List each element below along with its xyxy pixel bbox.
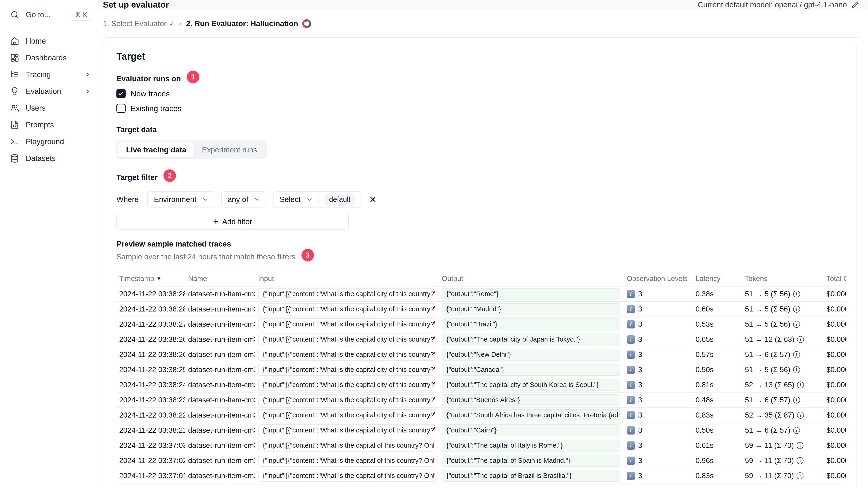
- output-json-box[interactable]: {"output":"The capital of Italy is Rome.…: [442, 440, 620, 452]
- table-row[interactable]: 2024-11-22 03:38:28 dataset-run-item-cm3…: [117, 287, 846, 302]
- col-output[interactable]: Output: [439, 274, 624, 283]
- evaluator-runs-on-label: Evaluator runs on 1: [117, 72, 846, 85]
- tab-experiment-runs[interactable]: Experiment runs: [194, 142, 265, 158]
- cell-tokens: 51 → 6 (Σ 57)i: [742, 426, 824, 434]
- output-json-box[interactable]: {"output":"The capital city of Japan is …: [442, 333, 620, 346]
- info-circle-icon[interactable]: i: [793, 397, 800, 403]
- info-square-icon: i: [627, 426, 635, 434]
- col-total-cost[interactable]: Total Cost: [824, 274, 846, 283]
- output-json-box[interactable]: {"output":"The capital of Spain is Madri…: [442, 455, 620, 467]
- table-row[interactable]: 2024-11-22 03:38:28 dataset-run-item-cm3…: [117, 302, 846, 317]
- input-json-box[interactable]: {"input":[{"content":"What is the capita…: [258, 379, 435, 391]
- input-json-box[interactable]: {"input":[{"content":"What is the capita…: [258, 409, 435, 421]
- checkbox-new-traces[interactable]: New traces: [117, 88, 846, 100]
- checkbox-unchecked[interactable]: [117, 104, 126, 113]
- input-json-box[interactable]: {"input":[{"content":"What is the capita…: [258, 288, 435, 300]
- output-json-box[interactable]: {"output":"Rome"}: [442, 288, 620, 300]
- info-circle-icon[interactable]: i: [797, 412, 804, 419]
- input-json-box[interactable]: {"input":[{"content":"What is the capita…: [258, 424, 435, 436]
- filter-operator-select[interactable]: any of: [221, 191, 267, 207]
- cell-total-cost: $0.000011 (: [824, 426, 846, 434]
- sidebar-item-prompts[interactable]: Prompts: [10, 117, 91, 133]
- checkbox-existing-traces[interactable]: Existing traces: [117, 102, 846, 114]
- info-circle-icon[interactable]: i: [797, 473, 804, 479]
- info-circle-icon[interactable]: i: [793, 351, 800, 358]
- info-square-icon: i: [627, 457, 635, 465]
- add-filter-button[interactable]: + Add filter: [117, 214, 349, 230]
- table-row[interactable]: 2024-11-22 03:38:26 dataset-run-item-cm3…: [117, 347, 846, 362]
- col-input[interactable]: Input: [255, 274, 439, 283]
- info-circle-icon[interactable]: i: [793, 306, 800, 313]
- input-json-box[interactable]: {"input":[{"content":"What is the capita…: [258, 318, 435, 330]
- table-row[interactable]: 2024-11-22 03:37:03 dataset-run-item-cm3…: [117, 438, 846, 453]
- output-json-box[interactable]: {"output":"Canada"}: [442, 364, 620, 376]
- info-circle-icon[interactable]: i: [793, 366, 800, 373]
- table-row[interactable]: 2024-11-22 03:38:25 dataset-run-item-cm3…: [117, 362, 846, 377]
- output-json-box[interactable]: {"output":"Madrid"}: [442, 303, 620, 315]
- cell-observation-levels: i3: [624, 320, 693, 328]
- input-json-box[interactable]: {"input":[{"content":"What is the capita…: [258, 303, 435, 315]
- col-timestamp[interactable]: Timestamp▼: [117, 274, 185, 283]
- filter-value-select[interactable]: Select default: [273, 191, 362, 207]
- table-row[interactable]: 2024-11-22 03:38:24 dataset-run-item-cm3…: [117, 377, 846, 392]
- output-json-box[interactable]: {"output":"The capital city of South Kor…: [442, 379, 620, 391]
- info-circle-icon[interactable]: i: [797, 442, 804, 449]
- sidebar-item-datasets[interactable]: Datasets: [10, 150, 91, 167]
- sidebar-item-evaluation[interactable]: Evaluation: [10, 83, 91, 100]
- info-circle-icon[interactable]: i: [793, 427, 800, 434]
- output-json-box[interactable]: {"output":"New Delhi"}: [442, 349, 620, 361]
- tab-live-tracing-data[interactable]: Live tracing data: [118, 142, 194, 158]
- table-row[interactable]: 2024-11-22 03:37:01 dataset-run-item-cm3…: [117, 468, 846, 483]
- output-json-box[interactable]: {"output":"Brazil"}: [442, 318, 620, 330]
- cell-timestamp: 2024-11-22 03:38:25: [117, 365, 185, 374]
- output-json-box[interactable]: {"output":"Cairo"}: [442, 424, 620, 436]
- breadcrumb-step-2[interactable]: 2. Run Evaluator: Hallucination: [186, 19, 312, 29]
- pencil-icon[interactable]: [851, 1, 859, 9]
- sidebar-item-home[interactable]: Home: [10, 33, 91, 50]
- table-row[interactable]: 2024-11-22 03:38:26 dataset-run-item-cm3…: [117, 332, 846, 347]
- cell-total-cost: $0.00046 (: [824, 441, 846, 450]
- sidebar-item-dashboards[interactable]: Dashboards: [10, 50, 91, 66]
- input-json-box[interactable]: {"input":[{"content":"What is the capita…: [258, 394, 435, 406]
- filter-column-select[interactable]: Environment: [148, 191, 215, 207]
- cell-input: {"input":[{"content":"What is the capita…: [255, 288, 439, 300]
- remove-filter-button[interactable]: [369, 195, 377, 204]
- cell-output: {"output":"Cairo"}: [439, 424, 624, 436]
- col-tokens[interactable]: Tokens: [742, 274, 824, 283]
- output-json-box[interactable]: {"output":"Buenos Aires"}: [442, 394, 620, 406]
- info-square-icon: i: [627, 396, 635, 404]
- table-row[interactable]: 2024-11-22 03:38:23 dataset-run-item-cm3…: [117, 392, 846, 408]
- output-json-box[interactable]: {"output":"The capital of Brazil is Bras…: [442, 470, 620, 482]
- input-json-box[interactable]: {"input":[{"content":"What is the capita…: [258, 440, 435, 452]
- breadcrumb-step-1[interactable]: 1. Select Evaluator ✓: [103, 19, 175, 28]
- input-json-box[interactable]: {"input":[{"content":"What is the capita…: [258, 470, 435, 482]
- cell-observation-levels: i3: [624, 365, 693, 374]
- info-circle-icon[interactable]: i: [793, 321, 800, 328]
- checkbox-checked[interactable]: [117, 89, 126, 98]
- table-row[interactable]: 2024-11-22 03:38:22 dataset-run-item-cm3…: [117, 408, 846, 423]
- cell-output: {"output":"South Africa has three capita…: [439, 409, 624, 421]
- input-json-box[interactable]: {"input":[{"content":"What is the capita…: [258, 455, 435, 467]
- sidebar-item-playground[interactable]: Playground: [10, 133, 91, 150]
- sidebar-item-users[interactable]: Users: [10, 100, 91, 117]
- input-json-box[interactable]: {"input":[{"content":"What is the capita…: [258, 364, 435, 376]
- output-json-box[interactable]: {"output":"South Africa has three capita…: [442, 409, 620, 421]
- cell-name: dataset-run-item-cm3s4: [185, 290, 255, 298]
- lightbulb-icon: [10, 87, 19, 96]
- table-row[interactable]: 2024-11-22 03:38:21 dataset-run-item-cm3…: [117, 423, 846, 438]
- table-row[interactable]: 2024-11-22 03:38:27 dataset-run-item-cm3…: [117, 317, 846, 332]
- col-observation-levels[interactable]: Observation Levels: [624, 274, 693, 283]
- database-icon: [10, 154, 19, 163]
- table-row[interactable]: 2024-11-22 03:37:02 dataset-run-item-cm3…: [117, 453, 846, 468]
- col-latency[interactable]: Latency: [693, 274, 742, 283]
- sidebar-item-tracing[interactable]: Tracing: [10, 66, 91, 83]
- info-circle-icon[interactable]: i: [793, 291, 800, 297]
- info-square-icon: i: [627, 411, 635, 419]
- info-circle-icon[interactable]: i: [797, 457, 804, 464]
- col-name[interactable]: Name: [185, 274, 255, 283]
- info-circle-icon[interactable]: i: [797, 382, 804, 388]
- input-json-box[interactable]: {"input":[{"content":"What is the capita…: [258, 349, 435, 361]
- input-json-box[interactable]: {"input":[{"content":"What is the capita…: [258, 333, 435, 346]
- goto-button[interactable]: Go to... ⌘ K: [10, 9, 91, 21]
- info-circle-icon[interactable]: i: [797, 336, 804, 343]
